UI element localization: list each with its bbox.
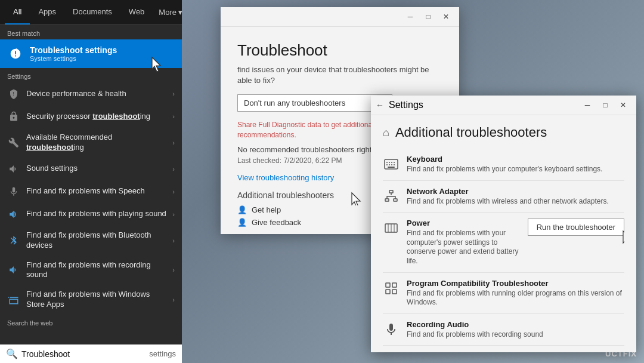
network-desc: Find and fix problems with wireless and … bbox=[407, 197, 624, 207]
chevron-right-icon5: › bbox=[172, 188, 175, 195]
search-indexing-title: Search and Indexing bbox=[407, 352, 624, 352]
additional-title-text: Additional troubleshooters bbox=[395, 125, 547, 140]
ts-item-recording-body: Recording Audio Find and fix problems wi… bbox=[407, 320, 624, 340]
menu-item-speech[interactable]: Find and fix problems with Speech › bbox=[0, 180, 182, 203]
run-troubleshooter-button[interactable]: Run the troubleshooter bbox=[528, 219, 624, 236]
tab-more[interactable]: More ▾ bbox=[153, 0, 188, 24]
menu-item-sound-label: Sound settings bbox=[26, 164, 166, 174]
ts-item-power-body: Power Find and fix problems with your co… bbox=[407, 219, 521, 266]
keyboard-desc: Find and fix problems with your computer… bbox=[407, 165, 624, 174]
give-feedback-label: Give feedback bbox=[252, 218, 301, 227]
ts-item-keyboard: Keyboard Find and fix problems with your… bbox=[383, 149, 624, 181]
add-maximize-button[interactable]: □ bbox=[597, 99, 614, 111]
keyboard-title: Keyboard bbox=[407, 155, 624, 164]
ts-item-search-body: Search and Indexing bbox=[407, 352, 624, 352]
menu-item-available-rec[interactable]: Available Recommended troubleshooting › bbox=[0, 128, 182, 158]
dropdown-value: Don't run any troubleshooters bbox=[244, 99, 345, 107]
power-desc: Find and fix problems with your computer… bbox=[407, 229, 521, 266]
get-help-icon: 👤 bbox=[237, 205, 247, 214]
add-close-button[interactable]: ✕ bbox=[615, 99, 631, 111]
chevron-right-icon6: › bbox=[172, 211, 175, 218]
search-icon: 🔍 bbox=[6, 348, 18, 359]
tab-web[interactable]: Web bbox=[120, 0, 153, 24]
speaker2-icon bbox=[7, 208, 20, 221]
store-icon bbox=[7, 293, 20, 306]
chevron-right-icon: › bbox=[172, 90, 175, 97]
lock-icon bbox=[7, 110, 20, 123]
svg-rect-13 bbox=[385, 199, 389, 201]
troubleshoot-titlebar: ─ □ ✕ bbox=[221, 7, 459, 27]
titlebar-buttons: ─ □ ✕ bbox=[579, 99, 631, 111]
cursor-start bbox=[151, 56, 164, 75]
troubleshooter-list: Keyboard Find and fix problems with your… bbox=[383, 149, 624, 352]
chevron-right-icon2: › bbox=[172, 113, 175, 120]
program-compat-title: Program Compatibility Troubleshooter bbox=[407, 279, 624, 288]
ts-item-search-indexing: Search and Indexing bbox=[383, 346, 624, 352]
best-match-text: Troubleshoot settings System settings bbox=[30, 45, 117, 62]
close-button[interactable]: ✕ bbox=[438, 11, 454, 23]
keyboard-icon bbox=[383, 156, 400, 173]
svg-rect-21 bbox=[392, 283, 397, 287]
menu-item-device-perf[interactable]: Device performance & health › bbox=[0, 82, 182, 105]
menu-item-bluetooth-label: Find and fix problems with Bluetooth dev… bbox=[26, 230, 166, 251]
tab-documents[interactable]: Documents bbox=[64, 0, 120, 24]
speaker-icon bbox=[7, 162, 20, 176]
ts-item-recording-audio: Recording Audio Find and fix problems wi… bbox=[383, 314, 624, 346]
search-input[interactable] bbox=[21, 349, 145, 359]
menu-item-security-proc[interactable]: Security processor troubleshooting › bbox=[0, 105, 182, 128]
mic2-icon bbox=[383, 321, 400, 338]
chevron-right-icon7: › bbox=[172, 237, 175, 244]
chevron-down-icon: ▾ bbox=[178, 8, 182, 17]
chevron-right-icon8: › bbox=[172, 266, 175, 273]
recording-audio-title: Recording Audio bbox=[407, 320, 624, 329]
add-minimize-button[interactable]: ─ bbox=[579, 99, 596, 111]
window-title: Settings bbox=[389, 100, 423, 110]
power-title: Power bbox=[407, 219, 521, 227]
home-icon: ⌂ bbox=[383, 127, 389, 139]
run-button-wrap: Run the troubleshooter bbox=[528, 219, 624, 236]
menu-item-bluetooth[interactable]: Find and fix problems with Bluetooth dev… bbox=[0, 226, 182, 256]
troubleshooter-dropdown[interactable]: Don't run any troubleshooters ▾ bbox=[237, 94, 392, 112]
menu-item-store-apps-label: Find and fix problems with Windows Store… bbox=[26, 290, 166, 310]
troubleshoot-subtitle: find issues on your device that troubles… bbox=[237, 64, 442, 86]
maximize-button[interactable]: □ bbox=[420, 11, 436, 23]
speaker3-icon bbox=[7, 263, 20, 276]
chevron-right-icon3: › bbox=[172, 139, 175, 146]
start-menu-tabs: All Apps Documents Web More ▾ bbox=[0, 0, 182, 25]
ts-item-network-body: Network Adapter Find and fix problems wi… bbox=[407, 187, 624, 207]
svg-marker-19 bbox=[623, 231, 624, 245]
shield-icon bbox=[7, 87, 20, 100]
svg-rect-20 bbox=[386, 283, 390, 287]
cursor-run-btn bbox=[622, 230, 624, 249]
svg-marker-0 bbox=[152, 57, 160, 72]
menu-item-sound[interactable]: Sound settings › bbox=[0, 158, 182, 180]
cursor-additional bbox=[351, 192, 364, 205]
best-match-item[interactable]: Troubleshoot settings System settings bbox=[0, 39, 182, 68]
get-help-label: Get help bbox=[252, 205, 281, 214]
program-compat-icon bbox=[383, 280, 400, 297]
start-menu: All Apps Documents Web More ▾ Best match… bbox=[0, 0, 182, 363]
ts-item-network: Network Adapter Find and fix problems wi… bbox=[383, 181, 624, 213]
titlebar-left: ← Settings bbox=[376, 100, 579, 110]
back-icon[interactable]: ← bbox=[376, 100, 384, 110]
search-bar[interactable]: 🔍 settings bbox=[0, 344, 182, 363]
give-feedback-icon: 👤 bbox=[237, 218, 247, 227]
additional-troubleshooters-window: ← Settings ─ □ ✕ ⌂ Additional troublesho… bbox=[371, 96, 636, 352]
svg-rect-23 bbox=[392, 290, 397, 294]
recording-audio-desc: Find and fix problems with recording sou… bbox=[407, 330, 624, 340]
ts-item-keyboard-body: Keyboard Find and fix problems with your… bbox=[407, 155, 624, 174]
chevron-right-icon4: › bbox=[172, 165, 175, 173]
tab-all[interactable]: All bbox=[5, 0, 30, 24]
ts-item-program-compat: Program Compatibility Troubleshooter Fin… bbox=[383, 273, 624, 314]
minimize-button[interactable]: ─ bbox=[402, 11, 419, 23]
menu-item-playing-sound-label: Find and fix problems with playing sound bbox=[26, 209, 166, 219]
menu-item-recording[interactable]: Find and fix problems with recording sou… bbox=[0, 256, 182, 285]
menu-item-playing-sound[interactable]: Find and fix problems with playing sound… bbox=[0, 203, 182, 226]
program-compat-desc: Find and fix problems with running older… bbox=[407, 289, 624, 307]
troubleshoot-icon bbox=[7, 45, 24, 62]
best-match-label: Best match bbox=[0, 25, 182, 39]
tab-apps[interactable]: Apps bbox=[30, 0, 64, 24]
additional-content: ⌂ Additional troubleshooters Keyboard Fi… bbox=[371, 115, 636, 352]
menu-item-store-apps[interactable]: Find and fix problems with Windows Store… bbox=[0, 285, 182, 315]
best-match-subtitle: System settings bbox=[30, 55, 117, 62]
